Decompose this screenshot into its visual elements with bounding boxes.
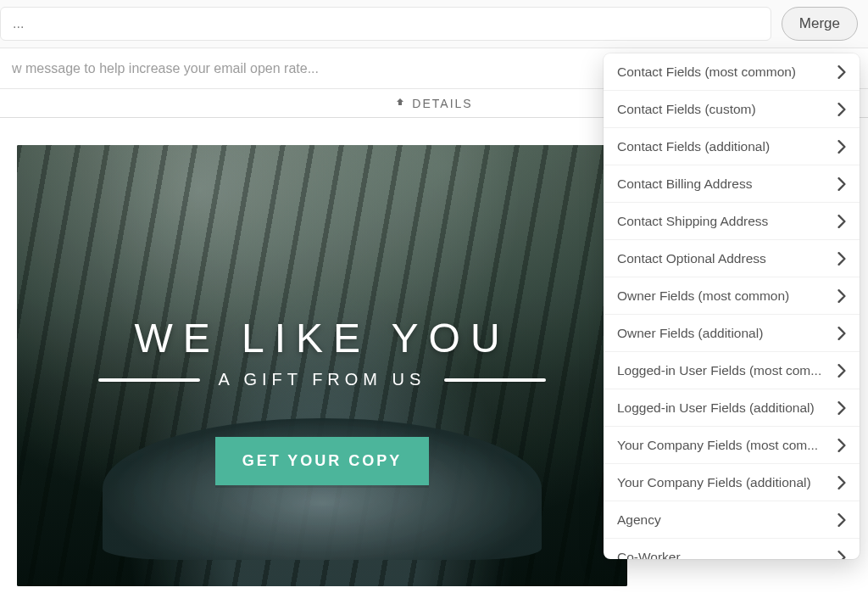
merge-fields-list: Contact Fields (most common)Contact Fiel… — [604, 53, 860, 559]
preview-placeholder: w message to help increase your email op… — [12, 61, 319, 76]
merge-fields-panel: Contact Fields (most common)Contact Fiel… — [604, 53, 860, 559]
chevron-right-icon — [837, 65, 846, 79]
merge-field-category[interactable]: Agency — [604, 501, 860, 539]
chevron-right-icon — [837, 252, 846, 266]
chevron-right-icon — [837, 289, 846, 303]
merge-field-category[interactable]: Owner Fields (additional) — [604, 315, 860, 352]
merge-field-label: Contact Fields (additional) — [617, 139, 778, 154]
hero-title: WE LIKE YOU — [134, 315, 509, 361]
chevron-right-icon — [837, 513, 846, 527]
subject-input[interactable] — [0, 7, 771, 41]
chevron-right-icon — [837, 364, 846, 378]
hero-subtitle-row: A GIFT FROM US — [98, 370, 547, 389]
merge-field-category[interactable]: Contact Fields (additional) — [604, 128, 860, 165]
hero-block: WE LIKE YOU A GIFT FROM US GET YOUR COPY — [17, 145, 627, 586]
chevron-right-icon — [837, 476, 846, 490]
hero-copy: WE LIKE YOU A GIFT FROM US GET YOUR COPY — [17, 315, 627, 485]
chevron-right-icon — [837, 103, 846, 116]
divider-left — [98, 378, 200, 382]
merge-button[interactable]: Merge — [782, 7, 858, 41]
cta-button[interactable]: GET YOUR COPY — [215, 437, 430, 485]
chevron-right-icon — [837, 177, 846, 191]
details-label: DETAILS — [412, 97, 472, 110]
chevron-right-icon — [837, 401, 846, 415]
merge-field-category[interactable]: Contact Shipping Address — [604, 203, 860, 240]
merge-field-label: Your Company Fields (most com... — [617, 438, 826, 453]
chevron-right-icon — [837, 327, 846, 340]
merge-field-category[interactable]: Contact Optional Address — [604, 240, 860, 277]
merge-field-label: Contact Fields (custom) — [617, 102, 765, 117]
merge-field-label: Logged-in User Fields (additional) — [617, 400, 823, 416]
merge-field-category[interactable]: Contact Billing Address — [604, 165, 860, 203]
merge-field-category[interactable]: Owner Fields (most common) — [604, 277, 860, 315]
upload-icon — [395, 97, 405, 109]
merge-field-category[interactable]: Your Company Fields (most com... — [604, 427, 860, 464]
merge-field-category[interactable]: Logged-in User Fields (additional) — [604, 389, 860, 427]
merge-field-label: Agency — [617, 512, 670, 528]
merge-field-label: Owner Fields (additional) — [617, 326, 771, 341]
merge-field-category[interactable]: Co-Worker — [604, 539, 860, 559]
chevron-right-icon — [837, 140, 846, 154]
toolbar: Merge — [0, 0, 868, 48]
merge-field-label: Owner Fields (most common) — [617, 288, 798, 304]
merge-field-label: Your Company Fields (additional) — [617, 475, 820, 490]
merge-field-category[interactable]: Your Company Fields (additional) — [604, 464, 860, 501]
merge-field-label: Contact Shipping Address — [617, 214, 776, 229]
merge-field-label: Contact Optional Address — [617, 251, 775, 266]
chevron-right-icon — [837, 551, 846, 559]
merge-field-category[interactable]: Contact Fields (most common) — [604, 53, 860, 91]
hero-subtitle: A GIFT FROM US — [219, 370, 426, 389]
divider-right — [444, 378, 546, 382]
merge-field-label: Logged-in User Fields (most com... — [617, 363, 830, 378]
merge-field-category[interactable]: Logged-in User Fields (most com... — [604, 352, 860, 389]
merge-field-label: Contact Billing Address — [617, 176, 760, 192]
merge-field-label: Contact Fields (most common) — [617, 64, 804, 80]
page-root: Merge w message to help increase your em… — [0, 0, 868, 586]
chevron-right-icon — [837, 439, 846, 452]
chevron-right-icon — [837, 215, 846, 228]
merge-field-label: Co-Worker — [617, 550, 689, 559]
merge-field-category[interactable]: Contact Fields (custom) — [604, 91, 860, 128]
